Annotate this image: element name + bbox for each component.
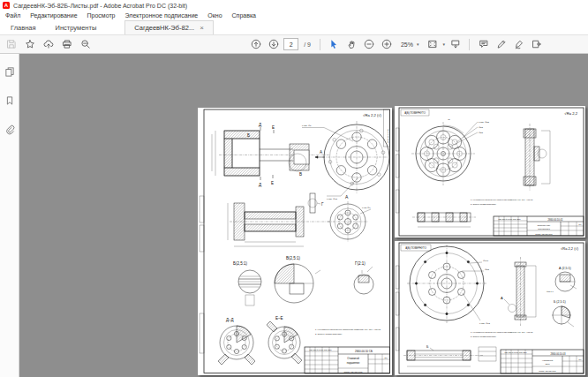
zoom-plus-icon[interactable]: [380, 37, 395, 52]
roughness-mark: √Ra 2,2 (√): [561, 246, 579, 251]
mark-b-label: Б: [426, 345, 429, 349]
sign-pen-icon[interactable]: [511, 37, 526, 52]
part-name-2: диск: [545, 363, 550, 366]
page-total-label: / 9: [304, 41, 311, 48]
roughness-mark: √Ra 2,2: [564, 111, 577, 116]
select-tool-icon[interactable]: [327, 37, 342, 52]
tab-tools[interactable]: Инструменты: [47, 20, 106, 34]
note-line-2: 2. Острые кромки притупить.: [471, 336, 497, 337]
flange-front-view: [302, 121, 389, 196]
share-export-icon[interactable]: [529, 37, 544, 52]
zoom-level-value: 25%: [401, 41, 413, 48]
page-display-icon[interactable]: [448, 37, 463, 52]
housing-section-view: [212, 127, 330, 180]
main-area: √Ra 2,2 (√) 2660.00.10 СБ: [0, 54, 588, 377]
zoom-minus-icon[interactable]: [362, 37, 377, 52]
pdf-page-left-sheet: √Ra 2,2 (√) 2660.00.10 СБ: [198, 108, 392, 375]
detail-a-view: [555, 272, 577, 291]
view-a-label: А: [345, 194, 349, 200]
menu-help[interactable]: Справка: [232, 12, 256, 19]
detail-v-view: [275, 264, 320, 303]
hand-tool-icon[interactable]: [344, 37, 359, 52]
tab-document[interactable]: СагдеевНК-Эб-82... ×: [124, 20, 214, 34]
stamp-vertical-number: 2660.00.10 СБ: [387, 129, 389, 143]
pdf-page-bottom-right-sheet: А(Б) ПОВЕРНУТО √Ra 2,2 (√): [395, 241, 585, 375]
view-a-callout: 6 отв. ∅6: [362, 207, 371, 208]
segmented-bar-section: [412, 213, 476, 227]
tab-close-icon[interactable]: ×: [200, 24, 204, 32]
drum-callout-1: 8 отв. ∅22: [479, 121, 489, 124]
note-line-1: 1. Неуказанные предельные отклонения раз…: [315, 328, 381, 331]
window-titlebar: A СагдеевНК-Эб-82Б-Листы.pdf - Adobe Acr…: [0, 0, 588, 11]
scale-label: 2:1: [384, 357, 388, 358]
disc-callout-3: 6 отв. ∅12: [479, 322, 490, 325]
star-icon[interactable]: [22, 37, 37, 52]
detail-b-label: Б (2,5:1): [554, 300, 566, 304]
attachments-icon[interactable]: [4, 123, 15, 139]
menu-edit[interactable]: Редактирование: [30, 12, 77, 19]
page-down-icon[interactable]: [266, 37, 281, 52]
detail-b-view: [238, 270, 261, 305]
disc-front-view: [407, 245, 486, 323]
part-name-2: подшипник: [347, 361, 360, 365]
drawing-number: 2660.00.10 СБ: [355, 350, 373, 353]
drum-face-view: [411, 122, 478, 185]
part-name-1: Нажимной: [542, 359, 554, 362]
angle-dim: 45°: [448, 118, 451, 121]
zoom-level-select[interactable]: 25% ▾: [397, 38, 423, 50]
print-icon[interactable]: [59, 37, 74, 52]
mark-v-label: В: [299, 172, 302, 177]
flange-callout-bottom: 6 отв. ∅12: [327, 198, 337, 200]
scale-label: 2:1: [579, 223, 583, 225]
mark-a-label: А: [501, 296, 503, 300]
note-line-2: 2. Острые кромки притупить.: [315, 333, 343, 335]
comment-icon[interactable]: [476, 37, 491, 52]
toolbar-separator: [320, 39, 320, 50]
bookmarks-icon[interactable]: [4, 94, 15, 109]
detail-b-view: [552, 305, 574, 327]
section-d-view: [218, 326, 255, 365]
section-d-label: Д–Д: [226, 318, 234, 322]
material-label: Сталь 12Х18Н10Т: [343, 371, 363, 373]
document-canvas: √Ra 2,2 (√) 2660.00.10 СБ: [19, 54, 588, 377]
page-up-icon[interactable]: [248, 37, 263, 52]
scale-label: 2:1: [579, 358, 583, 360]
bushing-section-view: [228, 193, 330, 246]
drum-callout-2: ∅52: [479, 126, 483, 129]
pencil-icon[interactable]: [494, 37, 509, 52]
section-e-view: [267, 321, 302, 364]
disc-callout-1: ∅176: [483, 260, 489, 262]
toolbar: 2 / 9 25% ▾ ▾: [0, 35, 588, 54]
fit-page-icon[interactable]: [425, 37, 440, 52]
title-block-rows: Изм. Лист № докум. Подп. Дата: [499, 218, 521, 220]
window-title: СагдеевНК-Эб-82Б-Листы.pdf - Adobe Acrob…: [13, 3, 187, 9]
view-rotation-label: А(Б) ПОВЕРНУТО: [405, 246, 427, 250]
save-icon[interactable]: [4, 37, 19, 52]
zoom-out-tool-icon[interactable]: [78, 37, 93, 52]
chevron-down-icon[interactable]: ▾: [442, 41, 445, 47]
detail-b-label: Б(2,5:1): [233, 261, 247, 266]
title-block-rows: Изм. Лист № докум. Подп. Дата: [505, 351, 527, 353]
tab-home[interactable]: Главная: [2, 20, 45, 34]
menu-view[interactable]: Просмотр: [87, 12, 116, 19]
menu-esign[interactable]: Электронное подписание: [125, 12, 199, 19]
part-name-1: Отжимной: [347, 357, 359, 360]
menu-file[interactable]: Файл: [5, 12, 20, 19]
menu-window[interactable]: Окно: [207, 12, 222, 19]
page-thumbnails-icon[interactable]: [4, 64, 15, 80]
view-a-arrow-label: А: [320, 150, 322, 155]
tab-bar: Главная Инструменты СагдеевНК-Эб-82... ×: [0, 20, 588, 35]
drum-callout-3: ∅22: [479, 132, 483, 134]
mark-e-top: Е: [272, 125, 275, 130]
pdf-page-top-right-sheet: А(Б) ПОВЕРНУТО √Ra 2,2: [395, 106, 585, 238]
toolbar-separator: [469, 39, 470, 50]
roughness-mark: √Ra 2,2 (√): [363, 113, 381, 117]
detail-a-label: А (2,5:1): [559, 267, 571, 270]
share-cloud-icon[interactable]: [41, 37, 56, 52]
note-line-2: 2. Острые кромки притупить.: [471, 203, 497, 205]
disc-side-section: [504, 257, 536, 326]
title-block-rows: Изм. Лист № докум. Подп. Дата: [310, 349, 332, 351]
part-name-2: подшипника: [538, 228, 550, 230]
flange-callout-top: 6 отв. ∅8: [302, 124, 312, 127]
page-number-input[interactable]: 2: [283, 38, 298, 50]
